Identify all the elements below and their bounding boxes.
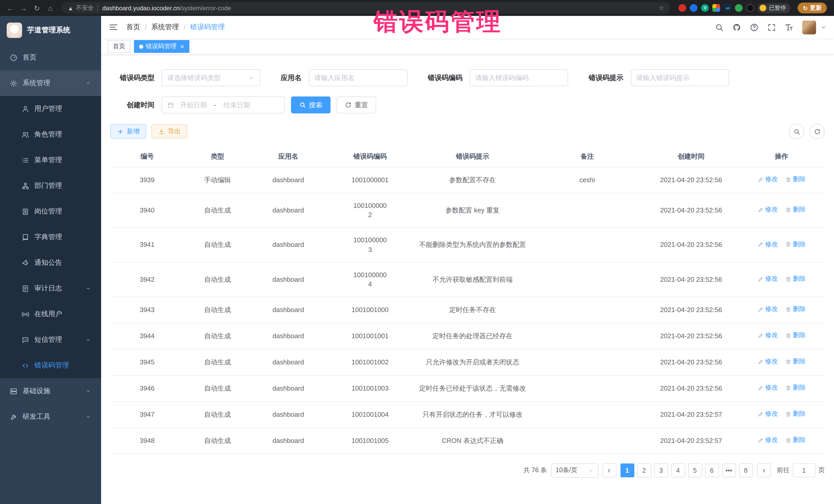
export-button[interactable]: 导出 [151,124,187,138]
sidebar-item[interactable]: 用户管理 [0,96,101,122]
address-bar[interactable]: ▲ 不安全 dashboard.yudao.iocoder.cn/system/… [62,2,671,14]
fullscreen-icon[interactable] [767,23,776,31]
pages-ellipsis[interactable]: ••• [722,463,736,477]
delete-link[interactable]: 删除 [785,205,806,214]
delete-link[interactable]: 删除 [785,331,806,340]
search-icon[interactable] [715,23,724,31]
sidebar-item[interactable]: 字典管理 [0,224,101,250]
edit-link[interactable]: 修改 [758,175,778,184]
delete-link[interactable]: 删除 [785,384,806,392]
delete-link[interactable]: 删除 [785,275,806,284]
page-button[interactable]: 5 [688,463,702,477]
avatar[interactable] [802,20,816,34]
error-type-select[interactable]: 请选择错误码类型 [162,69,260,86]
tag-item[interactable]: 首页 [108,40,130,53]
edit-link[interactable]: 修改 [758,410,778,419]
sidebar-item[interactable]: 基础设施 [0,378,101,404]
delete-link[interactable]: 删除 [785,175,806,184]
edit-label: 修改 [765,331,778,340]
search-button[interactable]: 搜索 [291,96,331,113]
forward-icon[interactable]: → [18,2,30,14]
green-v-extension-icon[interactable]: V [701,4,709,12]
delete-link[interactable]: 删除 [785,410,806,419]
add-button[interactable]: 新增 [110,124,146,138]
reset-button[interactable]: 重置 [337,96,376,113]
sidebar-item[interactable]: 在线用户 [0,301,101,327]
sidebar-item[interactable]: 岗位管理 [0,199,101,224]
sidebar-item[interactable]: 研发工具 [0,404,101,430]
paused-label: 已暂停 [769,4,786,12]
error-hint-input[interactable] [631,69,729,86]
bookmark-star-icon[interactable]: ☆ [658,4,664,12]
badge-extension-icon[interactable]: on [724,4,731,12]
cell-type: 自动生成 [184,375,251,401]
refresh-table-button[interactable] [809,124,825,139]
sidebar-item-active[interactable]: 错误码管理 [0,353,101,378]
sidebar-item[interactable]: 系统管理 [0,70,101,96]
chevron-down-icon[interactable] [821,24,826,30]
edit-link[interactable]: 修改 [758,357,778,366]
cell-type: 自动生成 [184,297,251,323]
delete-link[interactable]: 删除 [785,305,806,314]
grid-extension-icon[interactable] [712,4,720,12]
github-icon[interactable] [732,23,741,31]
page-button[interactable]: 2 [637,463,651,477]
next-page-button[interactable] [757,463,771,477]
back-icon[interactable]: ← [4,2,17,14]
log-icon [22,285,29,292]
blue-extension-icon[interactable] [690,4,698,12]
breadcrumb-item[interactable]: 首页 [126,23,140,32]
page-button[interactable]: 4 [671,463,685,477]
edit-link[interactable]: 修改 [758,275,778,284]
edit-link[interactable]: 修改 [758,331,778,340]
edit-link[interactable]: 修改 [758,305,778,314]
delete-link[interactable]: 删除 [785,436,806,445]
sidebar-item[interactable]: 部门管理 [0,173,101,199]
column-header: 操作 [738,146,825,167]
breadcrumb-item[interactable]: 系统管理 [151,23,179,32]
add-button-label: 新增 [127,127,139,136]
cell-time: 2021-04-20 23:52:56 [644,167,738,193]
help-icon[interactable] [750,23,759,31]
page-button[interactable]: 8 [739,463,753,477]
tag-close-icon[interactable]: × [180,43,184,50]
edit-link[interactable]: 修改 [758,384,778,392]
sidebar-item[interactable]: 审计日志 [0,276,101,301]
update-button[interactable]: ↻ 更新 [798,3,827,13]
page-size-select[interactable]: 10条/页 [551,463,598,478]
hamburger-icon[interactable] [109,23,118,32]
page-button[interactable]: 3 [654,463,668,477]
code-value: 1001000004 [353,270,387,289]
prev-page-button[interactable] [602,463,616,477]
app-name-input[interactable] [309,69,407,86]
cell-time: 2021-04-20 23:52:57 [644,428,738,454]
edit-link[interactable]: 修改 [758,436,778,445]
red-extension-icon[interactable] [679,4,686,12]
error-code-input[interactable] [469,69,568,86]
edit-link[interactable]: 修改 [758,240,778,249]
date-range-picker[interactable]: 开始日期 - 结束日期 [162,96,285,113]
app-logo[interactable]: 芋道管理系统 [0,16,101,45]
goto-page-input[interactable] [793,463,815,477]
tag-active[interactable]: 错误码管理× [134,40,189,53]
paw-extension-icon[interactable] [746,4,754,12]
reload-icon[interactable]: ↻ [31,2,43,14]
sidebar-item[interactable]: 菜单管理 [0,147,101,173]
edit-link[interactable]: 修改 [758,205,778,214]
delete-link[interactable]: 删除 [785,357,806,366]
delete-link[interactable]: 删除 [785,240,806,249]
sidebar-item[interactable]: 首页 [0,45,101,70]
page-button[interactable]: 1 [620,463,634,477]
breadcrumb: 首页/系统管理/错误码管理 [126,23,225,32]
home-icon[interactable]: ⌂ [44,2,57,14]
font-size-icon[interactable] [785,23,793,31]
sidebar-item[interactable]: 短信管理 [0,327,101,353]
cell-type: 手动编辑 [184,167,251,193]
page-button[interactable]: 6 [705,463,719,477]
leaf-extension-icon[interactable] [735,4,743,12]
cell-memo [530,401,644,428]
sidebar-item[interactable]: 角色管理 [0,122,101,147]
paused-badge[interactable]: 已暂停 [758,3,791,13]
toggle-search-button[interactable] [789,124,804,139]
sidebar-item[interactable]: 通知公告 [0,250,101,276]
